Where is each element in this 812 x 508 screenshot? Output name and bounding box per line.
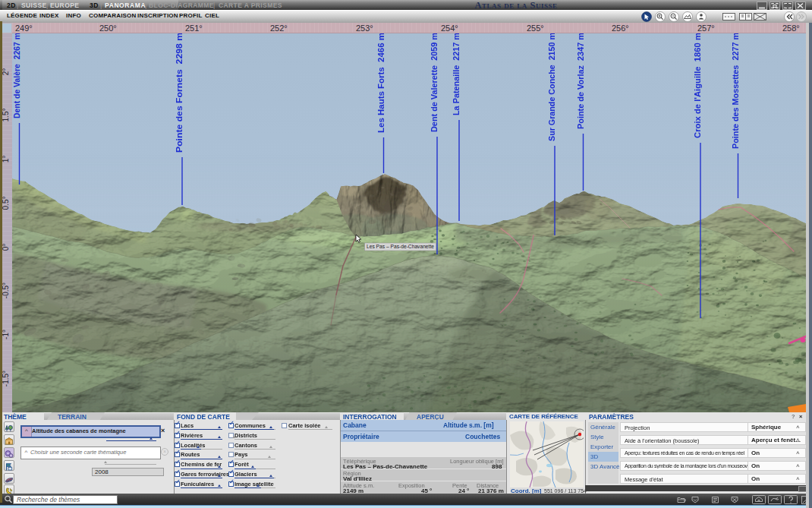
svg-text:Les Pas – Pas-de-Chavanette: Les Pas – Pas-de-Chavanette: [367, 244, 434, 249]
svg-text:La Patenaille 2217 m: La Patenaille 2217 m: [452, 33, 461, 115]
svg-text:Pointe de Vorlaz 2347 m: Pointe de Vorlaz 2347 m: [577, 33, 585, 129]
svg-text:Dent de Valerette 2059 m: Dent de Valerette 2059 m: [430, 33, 439, 132]
svg-text:Dent de Valère 2267 m: Dent de Valère 2267 m: [13, 33, 21, 118]
svg-text:Sur Grande Conche 2150 m: Sur Grande Conche 2150 m: [548, 33, 556, 141]
svg-text:Pointe des Mossettes 2277 m: Pointe des Mossettes 2277 m: [732, 33, 740, 149]
svg-text:Les Hauts Forts 2466 m: Les Hauts Forts 2466 m: [377, 33, 386, 133]
svg-text:Croix de l'Aiguille 1860 m: Croix de l'Aiguille 1860 m: [694, 33, 702, 138]
svg-text:Pointe des Fornets 2298 m: Pointe des Fornets 2298 m: [175, 33, 184, 153]
